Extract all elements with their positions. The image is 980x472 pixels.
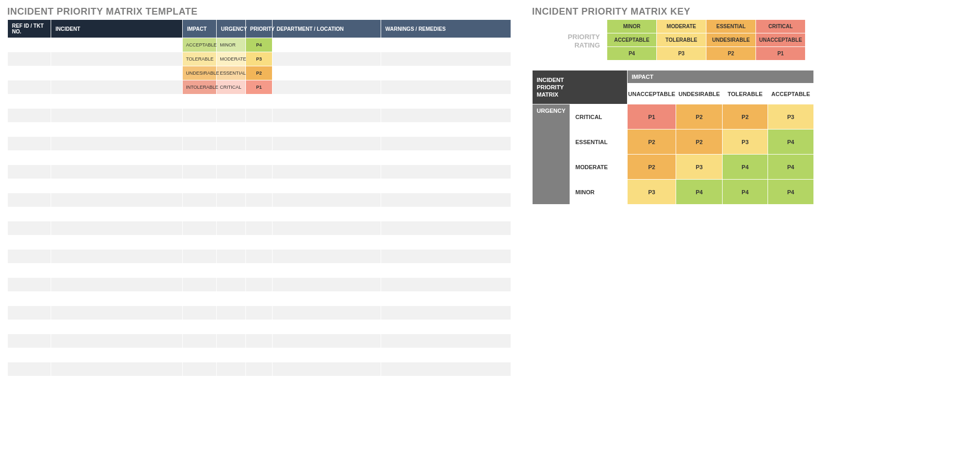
cell-department[interactable] [272,376,381,391]
cell-ref[interactable] [8,38,51,52]
cell-incident[interactable] [51,320,183,334]
cell-urgency[interactable] [217,123,246,137]
cell-urgency[interactable] [217,334,246,348]
cell-incident[interactable] [51,306,183,320]
cell-impact[interactable] [183,95,217,109]
cell-incident[interactable] [51,123,183,137]
cell-department[interactable] [272,66,381,80]
cell-priority[interactable] [246,95,273,109]
cell-impact[interactable] [183,376,217,391]
cell-warnings[interactable] [381,165,511,179]
cell-priority[interactable]: P4 [246,38,273,52]
cell-priority[interactable] [246,264,273,278]
cell-incident[interactable] [51,80,183,95]
cell-incident[interactable] [51,292,183,306]
cell-impact[interactable]: UNDESIRABLE [183,66,217,80]
cell-department[interactable] [272,221,381,235]
cell-priority[interactable] [246,151,273,165]
cell-department[interactable] [272,123,381,137]
cell-priority[interactable] [246,179,273,193]
cell-ref[interactable] [8,221,51,235]
cell-urgency[interactable]: MINOR [217,38,246,52]
cell-department[interactable] [272,235,381,250]
cell-impact[interactable] [183,250,217,264]
cell-ref[interactable] [8,292,51,306]
cell-priority[interactable] [246,250,273,264]
cell-priority[interactable] [246,362,273,376]
cell-warnings[interactable] [381,250,511,264]
cell-department[interactable] [272,109,381,123]
cell-priority[interactable] [246,334,273,348]
cell-impact[interactable] [183,362,217,376]
cell-impact[interactable] [183,348,217,362]
cell-ref[interactable] [8,376,51,391]
cell-incident[interactable] [51,207,183,221]
cell-priority[interactable]: P1 [246,80,273,95]
cell-impact[interactable] [183,207,217,221]
cell-urgency[interactable] [217,221,246,235]
cell-impact[interactable] [183,334,217,348]
cell-ref[interactable] [8,320,51,334]
cell-incident[interactable] [51,334,183,348]
cell-warnings[interactable] [381,362,511,376]
cell-warnings[interactable] [381,376,511,391]
cell-urgency[interactable] [217,250,246,264]
cell-urgency[interactable] [217,362,246,376]
cell-department[interactable] [272,306,381,320]
cell-urgency[interactable] [217,235,246,250]
cell-department[interactable] [272,334,381,348]
cell-incident[interactable] [51,376,183,391]
cell-incident[interactable] [51,38,183,52]
cell-warnings[interactable] [381,52,511,66]
cell-urgency[interactable] [217,348,246,362]
cell-impact[interactable] [183,165,217,179]
cell-impact[interactable] [183,292,217,306]
cell-impact[interactable] [183,221,217,235]
cell-priority[interactable] [246,123,273,137]
cell-urgency[interactable]: CRITICAL [217,80,246,95]
cell-impact[interactable] [183,235,217,250]
cell-incident[interactable] [51,179,183,193]
cell-incident[interactable] [51,52,183,66]
cell-urgency[interactable] [217,306,246,320]
cell-ref[interactable] [8,348,51,362]
cell-warnings[interactable] [381,207,511,221]
cell-department[interactable] [272,80,381,95]
cell-priority[interactable] [246,306,273,320]
cell-department[interactable] [272,320,381,334]
cell-ref[interactable] [8,278,51,292]
cell-urgency[interactable] [217,193,246,207]
cell-warnings[interactable] [381,95,511,109]
cell-warnings[interactable] [381,348,511,362]
cell-warnings[interactable] [381,292,511,306]
cell-warnings[interactable] [381,123,511,137]
cell-ref[interactable] [8,264,51,278]
cell-urgency[interactable] [217,320,246,334]
cell-ref[interactable] [8,165,51,179]
cell-impact[interactable] [183,137,217,151]
cell-priority[interactable] [246,292,273,306]
cell-ref[interactable] [8,179,51,193]
cell-ref[interactable] [8,306,51,320]
cell-warnings[interactable] [381,264,511,278]
cell-impact[interactable] [183,109,217,123]
cell-impact[interactable] [183,278,217,292]
cell-department[interactable] [272,52,381,66]
cell-urgency[interactable] [217,165,246,179]
cell-priority[interactable]: P2 [246,66,273,80]
cell-priority[interactable] [246,221,273,235]
cell-warnings[interactable] [381,137,511,151]
cell-priority[interactable] [246,137,273,151]
cell-ref[interactable] [8,109,51,123]
cell-priority[interactable] [246,193,273,207]
cell-urgency[interactable]: ESSENTIAL [217,66,246,80]
cell-warnings[interactable] [381,151,511,165]
cell-incident[interactable] [51,278,183,292]
cell-warnings[interactable] [381,80,511,95]
cell-ref[interactable] [8,80,51,95]
cell-ref[interactable] [8,362,51,376]
cell-department[interactable] [272,207,381,221]
cell-incident[interactable] [51,109,183,123]
cell-urgency[interactable] [217,264,246,278]
cell-urgency[interactable] [217,376,246,391]
